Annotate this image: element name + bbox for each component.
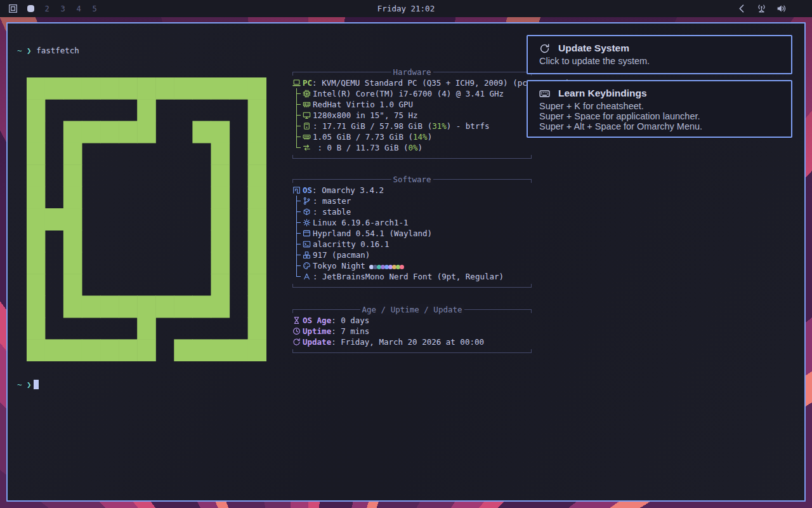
info-row-disk: : 17.71 GiB / 57.98 GiB (31%) - btrfs (292, 121, 532, 131)
info-row-window: Hyprland 0.54.1 (Wayland) (292, 228, 532, 239)
prompt-cwd: ~ (17, 46, 22, 55)
refresh-icon (539, 43, 550, 54)
info-row-memory: 1.05 GiB / 7.73 GiB (14%) (292, 131, 532, 142)
prompt-line-command: ~ ❯ fastfetch (17, 45, 79, 56)
info-value: 917 (pacman) (313, 250, 370, 260)
info-row-gpu: RedHat Virtio 1.0 GPU (292, 99, 532, 110)
info-label: PC (303, 78, 312, 88)
tree-branch (292, 271, 303, 282)
info-value: JetBrainsMono Nerd Font (9pt, Regular) (322, 272, 504, 281)
section-bottom-rule (292, 153, 532, 164)
notification-body: Super + Space for application launcher. (539, 111, 781, 121)
notification-learn-keybindings[interactable]: Learn Keybindings Super + K for cheatshe… (527, 80, 792, 138)
info-row-package: : stable (292, 206, 532, 217)
section-bottom-rule (292, 347, 532, 358)
palette-icon (303, 262, 311, 270)
tree-branch (292, 228, 303, 239)
notification-update-system[interactable]: Update System Click to update the system… (527, 35, 792, 74)
prompt-arrow: ❯ (27, 46, 32, 55)
section-software: SoftwareOS: Omarchy 3.4.2: master: stabl… (292, 174, 532, 293)
info-row-cpu: Intel(R) Core(TM) i7-6700 (4) @ 3.41 GHz (292, 88, 532, 99)
tree-branch (292, 131, 303, 142)
info-row-gear: Linux 6.19.6-arch1-1 (292, 217, 532, 228)
workspace-2[interactable]: 2 (44, 4, 50, 13)
display-icon (303, 111, 311, 119)
package-icon (303, 208, 311, 216)
omarchy-menu-icon[interactable] (8, 4, 18, 13)
notification-body: Click to update the system. (539, 56, 781, 66)
info-label: OS (303, 185, 312, 195)
notification-title: Learn Keybindings (558, 88, 647, 99)
info-value: 812x508 in 15", 75 Hz (313, 110, 418, 120)
info-value: stable (322, 207, 351, 217)
hourglass-icon (292, 316, 301, 324)
settings-gear-icon[interactable] (796, 4, 806, 13)
notification-title: Update System (558, 43, 629, 54)
section-title-rule: Hardware (292, 67, 532, 77)
theme-color-dot (400, 265, 404, 269)
info-row-branch: : master (292, 196, 532, 206)
info-value: ) (418, 143, 423, 152)
keyboard-icon (539, 88, 550, 99)
info-value: 1.05 GiB / 7.73 GiB ( (313, 132, 413, 142)
prompt-arrow: ❯ (27, 380, 32, 389)
info-label: OS Age (303, 316, 331, 325)
tree-branch (292, 260, 303, 271)
gear-icon (303, 218, 311, 227)
os-icon (292, 186, 301, 194)
omarchy-icon (8, 4, 18, 13)
refresh-icon (539, 43, 550, 54)
section-hardware: HardwarePC: KVM/QEMU Standard PC (Q35 + … (292, 67, 532, 164)
info-row-packages: 917 (pacman) (292, 250, 532, 260)
info-row-Uptime: Uptime: 7 mins (292, 326, 532, 337)
info-row-font: : JetBrainsMono Nerd Font (9pt, Regular) (292, 271, 532, 282)
section-title: Software (391, 174, 433, 185)
section-title: Hardware (391, 67, 433, 77)
network-icon (757, 4, 766, 13)
workspace-3[interactable]: 3 (60, 4, 66, 13)
section-bottom-rule (292, 282, 532, 293)
chevron-left-icon[interactable] (737, 4, 747, 13)
workspace-switcher: 2 3 4 5 (0, 4, 98, 13)
info-value: Friday, March 20 2026 at 00:00 (341, 337, 484, 347)
workspace-4[interactable]: 4 (75, 4, 82, 13)
tree-branch (292, 142, 303, 153)
info-row-display: 812x508 in 15", 75 Hz (292, 110, 532, 121)
info-value: alacritty 0.16.1 (313, 239, 389, 249)
gpu-icon (303, 100, 311, 109)
info-label: Update (303, 337, 331, 347)
section-title: Age / Uptime / Update (360, 304, 464, 315)
workspace-1-active[interactable] (27, 5, 34, 12)
disk-icon (303, 122, 311, 130)
info-row-Update: Update: Friday, March 20 2026 at 00:00 (292, 337, 532, 347)
info-value: 0 days (341, 316, 369, 325)
info-value: 7 mins (341, 326, 369, 336)
tree-branch (292, 99, 303, 110)
info-value: Intel(R) Core(TM) i7-6700 (4) @ 3.41 GHz (313, 89, 504, 98)
info-value: Omarchy 3.4.2 (322, 185, 384, 195)
keyboard-icon (539, 88, 550, 99)
window-icon (303, 229, 311, 237)
tree-branch (292, 206, 303, 217)
update-icon (292, 338, 301, 346)
info-row-palette: Tokyo Night (292, 260, 532, 271)
info-row-OS Age: OS Age: 0 days (292, 315, 532, 326)
section-age: Age / Uptime / UpdateOS Age: 0 daysUptim… (292, 304, 532, 358)
tree-branch (292, 110, 303, 121)
clock-icon (292, 327, 301, 335)
info-value: ) - btrfs (447, 121, 490, 131)
info-row-terminal: alacritty 0.16.1 (292, 239, 532, 250)
volume-icon[interactable] (776, 4, 786, 13)
network-icon[interactable] (757, 4, 766, 13)
info-row-PC: PC: KVM/QEMU Standard PC (Q35 + ICH9, 20… (292, 77, 532, 88)
info-value: 14% (413, 132, 428, 142)
workspace-5[interactable]: 5 (91, 4, 98, 13)
top-bar: 2 3 4 5 Friday 21:02 (0, 0, 812, 17)
info-value: 0% (409, 143, 418, 152)
info-value: 17.71 GiB / 57.98 GiB ( (322, 121, 432, 131)
packages-icon (303, 251, 311, 259)
prompt-line-current: ~ ❯ (17, 379, 39, 390)
terminal-cursor (34, 380, 39, 389)
info-value: RedHat Virtio 1.0 GPU (313, 100, 413, 109)
volume-icon (776, 4, 786, 13)
